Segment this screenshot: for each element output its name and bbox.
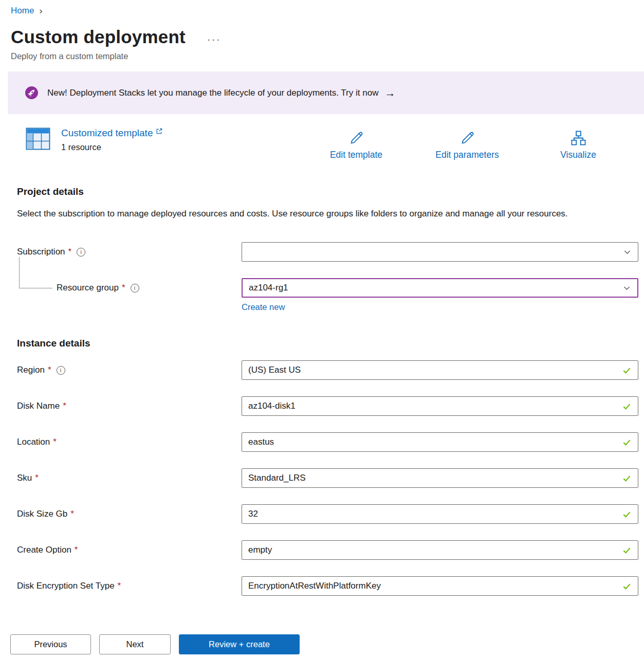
disk-size-gb-label: Disk Size Gb <box>17 509 67 519</box>
required-asterisk: * <box>53 437 57 447</box>
more-menu-button[interactable]: ··· <box>207 33 221 45</box>
template-actions: Edit template Edit parameters <box>301 130 634 160</box>
required-asterisk: * <box>68 247 72 257</box>
create-new-link[interactable]: Create new <box>242 302 285 312</box>
disk-name-value: az104-disk1 <box>248 401 618 411</box>
check-icon <box>622 473 632 483</box>
resource-group-info-icon[interactable]: i <box>131 284 139 293</box>
create-option-input[interactable]: empty <box>242 540 638 560</box>
template-summary-row: Customized template 1 resource <box>26 127 634 160</box>
required-asterisk: * <box>63 401 66 411</box>
title-row: Custom deployment ··· <box>11 27 644 47</box>
required-asterisk: * <box>118 581 121 591</box>
project-fields: Subscription * i Resource group * i az10… <box>17 242 644 312</box>
edit-parameters-label: Edit parameters <box>435 150 499 160</box>
required-asterisk: * <box>75 545 78 555</box>
region-label: Region <box>17 365 45 375</box>
breadcrumb: Home › <box>11 5 644 16</box>
resource-group-input-stack: az104-rg1 Create new <box>242 278 638 312</box>
location-label-group: Location * <box>17 437 242 447</box>
resource-group-field-row: Resource group * i az104-rg1 Create new <box>17 278 644 312</box>
region-input[interactable]: (US) East US <box>242 360 638 380</box>
disk-name-label-group: Disk Name * <box>17 401 242 411</box>
pencil-icon <box>459 130 476 147</box>
page-subtitle: Deploy from a custom template <box>11 51 644 61</box>
required-asterisk: * <box>122 283 125 293</box>
check-icon <box>622 509 632 519</box>
required-asterisk: * <box>48 365 51 375</box>
region-field-row: Region * i (US) East US <box>17 360 644 380</box>
resource-group-value: az104-rg1 <box>249 283 618 293</box>
disk-size-gb-label-group: Disk Size Gb * <box>17 509 242 519</box>
rocket-icon <box>25 86 39 100</box>
disk-encryption-set-type-label: Disk Encryption Set Type <box>17 581 115 591</box>
subscription-label-group: Subscription * i <box>17 247 242 257</box>
project-details-description: Select the subscription to manage deploy… <box>17 206 608 222</box>
required-asterisk: * <box>35 473 39 483</box>
disk-size-gb-field-row: Disk Size Gb * 32 <box>17 504 644 524</box>
banner-message: New! Deployment Stacks let you manage th… <box>47 88 378 98</box>
check-icon <box>622 545 632 555</box>
chevron-down-icon <box>622 284 631 293</box>
instance-details-heading: Instance details <box>17 338 644 349</box>
footer-bar: Previous Next Review + create <box>0 621 644 658</box>
previous-button[interactable]: Previous <box>10 634 91 654</box>
edit-parameters-button[interactable]: Edit parameters <box>412 130 523 160</box>
subscription-field-row: Subscription * i <box>17 242 644 262</box>
disk-name-label: Disk Name <box>17 401 60 411</box>
disk-encryption-set-type-label-group: Disk Encryption Set Type * <box>17 581 242 591</box>
location-value: eastus <box>248 437 618 447</box>
deployment-stacks-banner: New! Deployment Stacks let you manage th… <box>8 71 644 114</box>
customized-template-label: Customized template <box>61 127 153 139</box>
create-option-label: Create Option <box>17 545 71 555</box>
instance-fields: Region * i (US) East US Disk Name * az10… <box>17 360 644 596</box>
external-link-icon <box>155 127 163 135</box>
check-icon <box>622 437 632 447</box>
resource-count: 1 resource <box>61 142 163 152</box>
chevron-down-icon <box>623 248 632 257</box>
check-icon <box>622 365 632 375</box>
template-grid-icon <box>26 127 50 150</box>
sku-input[interactable]: Standard_LRS <box>242 468 638 488</box>
check-icon <box>622 401 632 411</box>
resource-group-select[interactable]: az104-rg1 <box>242 278 638 298</box>
create-option-field-row: Create Option * empty <box>17 540 644 560</box>
pencil-icon <box>348 130 365 147</box>
sku-label-group: Sku * <box>17 473 242 483</box>
edit-template-label: Edit template <box>330 150 382 160</box>
region-value: (US) East US <box>248 365 618 375</box>
resource-group-connector-line <box>19 257 52 288</box>
subscription-select[interactable] <box>242 242 638 262</box>
page-title: Custom deployment <box>11 27 186 47</box>
disk-name-input[interactable]: az104-disk1 <box>242 396 638 416</box>
custom-deployment-page: Home › Custom deployment ··· Deploy from… <box>0 5 644 596</box>
sku-field-row: Sku * Standard_LRS <box>17 468 644 488</box>
create-option-label-group: Create Option * <box>17 545 242 555</box>
sku-label: Sku <box>17 473 32 483</box>
disk-size-gb-input[interactable]: 32 <box>242 504 638 524</box>
edit-template-button[interactable]: Edit template <box>301 130 412 160</box>
subscription-info-icon[interactable]: i <box>77 248 85 257</box>
disk-encryption-set-type-field-row: Disk Encryption Set Type * EncryptionAtR… <box>17 576 644 596</box>
create-option-value: empty <box>248 545 618 555</box>
customized-template-link[interactable]: Customized template <box>61 127 163 139</box>
disk-size-gb-value: 32 <box>248 509 618 519</box>
next-button[interactable]: Next <box>99 634 171 654</box>
breadcrumb-home-link[interactable]: Home <box>11 6 34 16</box>
sku-value: Standard_LRS <box>248 473 618 483</box>
breadcrumb-chevron-icon: › <box>39 5 42 16</box>
disk-name-field-row: Disk Name * az104-disk1 <box>17 396 644 416</box>
template-text-block: Customized template 1 resource <box>61 127 163 152</box>
review-create-button[interactable]: Review + create <box>179 634 300 654</box>
visualize-button[interactable]: Visualize <box>523 130 634 160</box>
resource-group-label: Resource group <box>57 283 119 293</box>
disk-encryption-set-type-input[interactable]: EncryptionAtRestWithPlatformKey <box>242 576 638 596</box>
location-input[interactable]: eastus <box>242 432 638 452</box>
visualize-label: Visualize <box>560 150 596 160</box>
location-label: Location <box>17 437 50 447</box>
try-it-now-arrow-icon[interactable]: → <box>384 87 395 99</box>
subscription-label: Subscription <box>17 247 65 257</box>
region-info-icon[interactable]: i <box>57 366 65 375</box>
project-details-heading: Project details <box>17 186 644 197</box>
disk-encryption-set-type-value: EncryptionAtRestWithPlatformKey <box>248 581 618 591</box>
